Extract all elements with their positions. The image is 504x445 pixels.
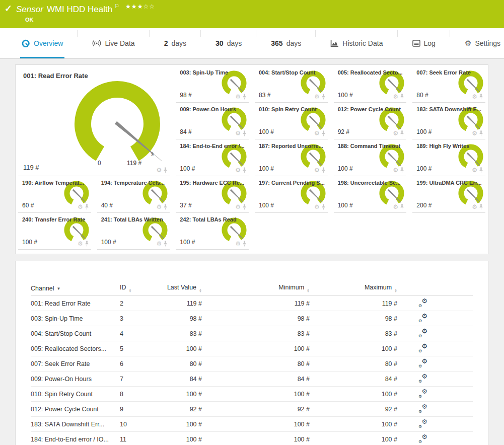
channel-name[interactable]: 007: Seek Error Rate — [31, 360, 120, 367]
pin-icon[interactable] — [242, 241, 247, 247]
pin-icon[interactable] — [321, 167, 326, 173]
table-row[interactable]: 012: Power Cycle Count 9 92 # 92 # 92 # … — [31, 402, 473, 417]
channel-name[interactable]: 012: Power Cycle Count — [31, 406, 120, 413]
channel-settings-icon[interactable]: ⚙⚙ — [418, 299, 427, 307]
channel-settings-icon[interactable]: ⚙⚙ — [418, 359, 427, 367]
pin-icon[interactable] — [163, 241, 168, 247]
gauge-value: 100 # — [338, 202, 353, 209]
gear-icon[interactable]: ⚙ — [235, 204, 241, 210]
minimum-value: 119 # — [202, 300, 310, 307]
gauge-value: 119 # — [23, 164, 39, 171]
table-row[interactable]: 003: Spin-Up Time 3 98 # 98 # 98 # ⚙⚙ — [31, 311, 473, 326]
tab-30-days[interactable]: 30 days — [214, 28, 243, 58]
tab-live-data[interactable]: Live Data — [91, 28, 136, 58]
pin-icon[interactable] — [321, 94, 326, 100]
pin-icon[interactable] — [479, 94, 483, 100]
channel-name[interactable]: 183: SATA Downshift Err... — [31, 421, 120, 428]
tab-2-days[interactable]: 2 days — [163, 28, 188, 58]
gear-icon[interactable]: ⚙ — [393, 168, 399, 173]
gear-icon[interactable]: ⚙ — [472, 94, 477, 100]
channel-settings-icon[interactable]: ⚙⚙ — [418, 404, 427, 413]
pin-icon[interactable] — [400, 94, 404, 100]
minimum-value: 92 # — [202, 406, 310, 413]
channel-id: 8 — [120, 391, 149, 398]
channel-name[interactable]: 001: Read Error Rate — [31, 300, 120, 307]
column-header-maximum[interactable]: Maximum▲▼ — [310, 284, 397, 292]
gear-icon[interactable]: ⚙ — [393, 94, 399, 100]
pin-icon[interactable] — [85, 204, 89, 210]
table-row[interactable]: 005: Reallocated Sectors... 5 100 # 100 … — [31, 341, 473, 356]
pin-icon[interactable] — [242, 130, 247, 136]
pin-icon[interactable] — [400, 130, 404, 136]
gauge-value: 80 # — [416, 92, 428, 99]
gear-icon[interactable]: ⚙ — [314, 131, 320, 136]
table-row[interactable]: 183: SATA Downshift Err... 10 100 # 100 … — [31, 417, 473, 432]
tab-historic-data[interactable]: Historic Data — [329, 28, 384, 58]
column-header-channel[interactable]: Channel▼ — [31, 285, 120, 292]
status-badge: OK — [25, 17, 34, 23]
channel-settings-icon[interactable]: ⚙⚙ — [418, 329, 427, 337]
channel-settings-icon[interactable]: ⚙⚙ — [418, 419, 427, 428]
gear-icon[interactable]: ⚙ — [157, 241, 162, 247]
gear-icon[interactable]: ⚙ — [235, 241, 241, 247]
gear-icon[interactable]: ⚙ — [472, 168, 477, 173]
pin-icon[interactable] — [163, 167, 168, 173]
gear-icon[interactable]: ⚙ — [157, 168, 162, 173]
column-header-last-value[interactable]: Last Value▲▼ — [149, 284, 202, 292]
pin-icon[interactable] — [85, 241, 89, 247]
pin-icon[interactable] — [400, 167, 404, 173]
gear-icon[interactable]: ⚙ — [314, 168, 320, 173]
gear-icon[interactable]: ⚙ — [78, 204, 83, 210]
pin-icon[interactable] — [242, 94, 247, 100]
minimum-value: 84 # — [202, 376, 310, 383]
gear-icon[interactable]: ⚙ — [235, 131, 241, 136]
channel-name[interactable]: 009: Power-On Hours — [31, 376, 120, 383]
channel-name[interactable]: 004: Start/Stop Count — [31, 330, 120, 337]
gear-icon[interactable]: ⚙ — [393, 204, 399, 210]
tab-overview[interactable]: Overview — [20, 28, 64, 58]
column-header-id[interactable]: ID▲▼ — [120, 284, 149, 292]
gear-icon[interactable]: ⚙ — [235, 168, 241, 173]
table-row[interactable]: 004: Start/Stop Count 4 83 # 83 # 83 # ⚙… — [31, 326, 473, 341]
pin-icon[interactable] — [400, 204, 404, 210]
table-row[interactable]: 001: Read Error Rate 2 119 # 119 # 119 #… — [31, 296, 473, 311]
tab-log[interactable]: Log — [411, 28, 437, 58]
table-row[interactable]: 010: Spin Retry Count 8 100 # 100 # 100 … — [31, 387, 473, 402]
column-header-minimum[interactable]: Minimum▲▼ — [202, 284, 310, 292]
gear-icon[interactable]: ⚙ — [314, 94, 320, 100]
channel-settings-icon[interactable]: ⚙⚙ — [418, 314, 427, 322]
pin-icon[interactable] — [479, 204, 483, 210]
pin-icon[interactable] — [479, 167, 483, 173]
channel-name[interactable]: 184: End-to-End error / IO... — [31, 436, 120, 443]
channel-settings-icon[interactable]: ⚙⚙ — [418, 374, 427, 383]
pin-icon[interactable] — [321, 130, 326, 136]
gear-icon[interactable]: ⚙ — [314, 204, 320, 210]
gear-icon[interactable]: ⚙ — [472, 131, 477, 136]
gear-icon[interactable]: ⚙ — [157, 204, 162, 210]
gear-icon[interactable]: ⚙ — [393, 131, 399, 136]
channel-name[interactable]: 005: Reallocated Sectors... — [31, 345, 120, 352]
maximum-value: 100 # — [310, 345, 397, 352]
channel-name[interactable]: 010: Spin Retry Count — [31, 391, 120, 398]
table-row[interactable]: 009: Power-On Hours 7 84 # 84 # 84 # ⚙⚙ — [31, 372, 473, 387]
channel-settings-icon[interactable]: ⚙⚙ — [418, 434, 427, 443]
channel-settings-icon[interactable]: ⚙⚙ — [418, 344, 427, 352]
priority-stars[interactable]: ★★★☆☆ — [125, 3, 155, 10]
table-row[interactable]: 184: End-to-End error / IO... 11 100 # 1… — [31, 432, 473, 445]
tab-365-days[interactable]: 365 days — [269, 28, 303, 58]
gear-icon[interactable]: ⚙ — [78, 241, 83, 247]
gear-icon[interactable]: ⚙ — [235, 94, 241, 100]
channel-settings-icon[interactable]: ⚙⚙ — [418, 389, 427, 398]
pin-icon[interactable] — [163, 204, 168, 210]
channel-name[interactable]: 003: Spin-Up Time — [31, 315, 120, 322]
pin-icon[interactable] — [242, 167, 247, 173]
flag-icon[interactable]: ⚐ — [114, 3, 119, 10]
pin-icon[interactable] — [242, 204, 247, 210]
pin-icon[interactable] — [321, 204, 326, 210]
pin-icon[interactable] — [479, 130, 483, 136]
tab-settings[interactable]: ⚙ Settings — [463, 28, 502, 58]
table-row[interactable]: 007: Seek Error Rate 6 80 # 80 # 80 # ⚙⚙ — [31, 356, 473, 372]
table-body: 001: Read Error Rate 2 119 # 119 # 119 #… — [31, 296, 473, 445]
gauge-title: 195: Hardware ECC Re... — [180, 180, 244, 186]
gear-icon[interactable]: ⚙ — [472, 204, 477, 210]
